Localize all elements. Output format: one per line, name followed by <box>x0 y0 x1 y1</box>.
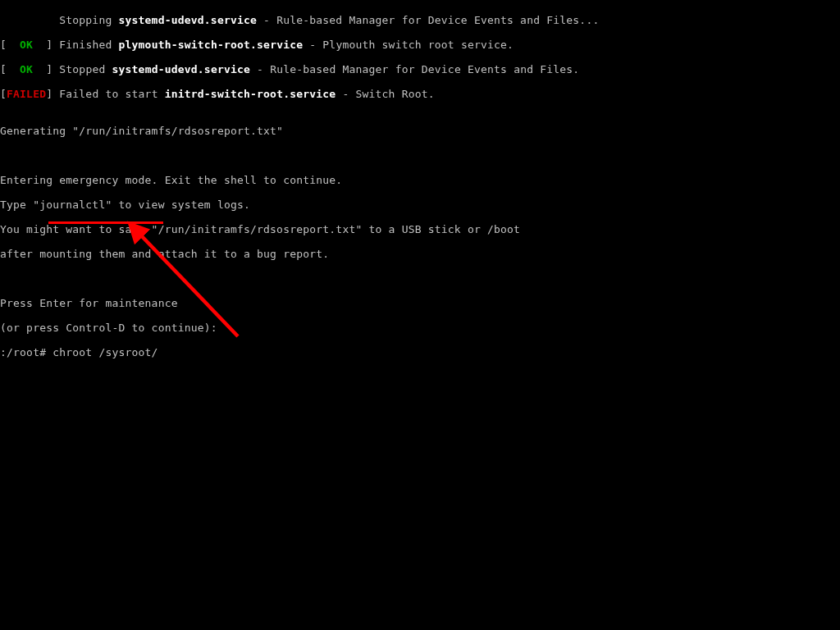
boot-line-stopped: [ OK ] Stopped systemd-udevd.service - R… <box>0 63 840 75</box>
journalctl-hint-line: Type "journalctl" to view system logs. <box>0 199 840 211</box>
control-d-line: (or press Control-D to continue): <box>0 322 840 334</box>
annotation-underline <box>48 221 163 224</box>
boot-line-stopping: Stopping systemd-udevd.service - Rule-ba… <box>0 14 840 26</box>
generating-report-line: Generating "/run/initramfs/rdsosreport.t… <box>0 125 840 137</box>
emergency-mode-line: Entering emergency mode. Exit the shell … <box>0 174 840 186</box>
shell-command: chroot /sysroot/ <box>52 346 158 358</box>
boot-line-failed: [FAILED] Failed to start initrd-switch-r… <box>0 88 840 100</box>
shell-prompt-line[interactable]: :/root# chroot /sysroot/ <box>0 346 840 358</box>
terminal-output: Stopping systemd-udevd.service - Rule-ba… <box>0 0 840 371</box>
save-hint-line-1: You might want to save "/run/initramfs/r… <box>0 223 840 235</box>
press-enter-line: Press Enter for maintenance <box>0 297 840 309</box>
shell-prompt: :/root# <box>0 346 52 358</box>
save-hint-line-2: after mounting them and attach it to a b… <box>0 248 840 260</box>
boot-line-finished: [ OK ] Finished plymouth-switch-root.ser… <box>0 39 840 51</box>
